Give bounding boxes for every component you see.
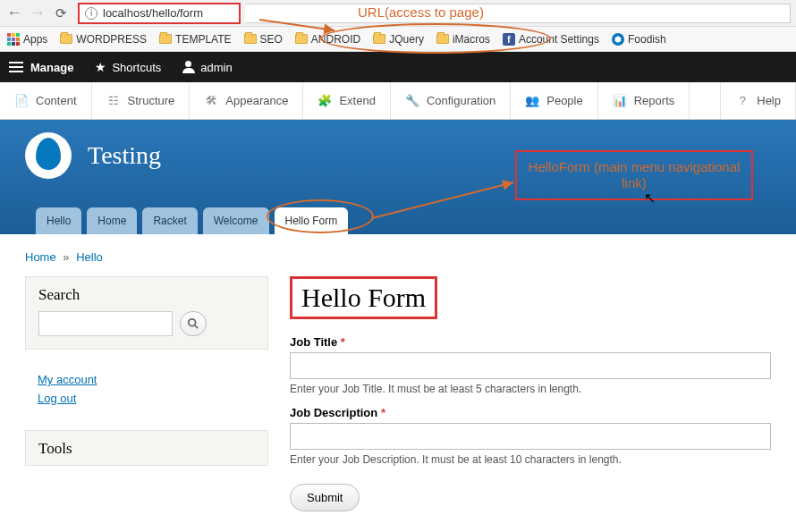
back-button[interactable]: ← [5,4,23,22]
menu-content[interactable]: 📄Content [0,82,92,119]
apps-label: Apps [23,33,47,46]
page-body: Home » Hello Search My account Log out [0,234,796,528]
input-job-description[interactable] [290,423,771,450]
menu-configuration[interactable]: 🔧Configuration [391,82,511,119]
submit-button[interactable]: Submit [290,484,360,511]
tools-title: Tools [26,431,267,465]
extend-icon: 🧩 [318,94,332,108]
breadcrumb: Home » Hello [25,250,771,264]
bookmark-jquery[interactable]: JQuery [373,33,424,46]
drupal-icon: ⬢ [612,33,624,46]
bookmark-seo[interactable]: SEO [244,33,283,46]
browser-toolbar: ← → ⟳ i localhost/hello/form [0,0,796,27]
people-icon: 👥 [525,94,539,108]
shortcuts-button[interactable]: ★ Shortcuts [95,60,161,74]
link-my-account[interactable]: My account [38,373,268,386]
configuration-icon: 🔧 [405,94,419,108]
user-button[interactable]: admin [182,61,232,74]
folder-icon [373,34,385,44]
apps-button[interactable]: Apps [7,33,47,46]
tab-racket[interactable]: Racket [142,207,197,234]
search-icon [187,317,199,330]
content-icon: 📄 [14,94,29,108]
site-info-icon[interactable]: i [85,7,97,20]
sidebar: Search My account Log out Tools [25,276,268,482]
required-mark: * [381,406,385,419]
desc-job-description: Enter your Job Description. It must be a… [290,453,771,466]
bookmark-imacros[interactable]: iMacros [436,33,490,46]
menu-people[interactable]: 👥People [511,82,597,119]
site-name[interactable]: Testing [88,141,161,170]
help-icon: ? [735,94,749,108]
forward-button[interactable]: → [29,4,47,22]
site-header: Testing Hello Home Racket Welcome Hello … [0,120,796,234]
search-title: Search [26,277,267,311]
breadcrumb-hello[interactable]: Hello [76,250,103,264]
menu-extend[interactable]: 🧩Extend [303,82,390,119]
person-icon [182,61,195,73]
tab-hello-form[interactable]: Hello Form [275,207,349,234]
tab-home[interactable]: Home [87,207,137,234]
apps-icon [7,33,20,46]
hamburger-icon [9,62,23,72]
main-menu: Hello Home Racket Welcome Hello Form [36,207,348,234]
manage-label: Manage [30,61,73,74]
bookmark-account[interactable]: fAccount Settings [503,33,599,46]
main-content: Hello Form Job Title * Enter your Job Ti… [290,276,771,511]
svg-line-1 [195,325,199,329]
link-logout[interactable]: Log out [38,392,268,405]
menu-appearance[interactable]: 🛠Appearance [190,82,303,119]
tab-hello[interactable]: Hello [36,207,81,234]
bookmark-android[interactable]: ANDROID [295,33,360,46]
desc-job-title: Enter your Job Title. It must be at leas… [290,383,771,395]
user-block: My account Log out [25,366,268,414]
folder-icon [436,34,449,44]
required-mark: * [341,335,345,349]
tab-welcome[interactable]: Welcome [203,207,269,234]
search-input[interactable] [38,311,173,336]
site-logo[interactable] [25,132,72,179]
structure-icon: ☷ [106,94,121,108]
reports-icon: 📊 [613,94,627,108]
label-job-title: Job Title * [290,335,771,349]
bookmark-wordpress[interactable]: WORDPRESS [60,33,147,46]
bookmark-foodish[interactable]: ⬢Foodish [612,33,666,46]
url-bar[interactable]: i localhost/hello/form [79,4,240,23]
folder-icon [60,34,72,44]
folder-icon [295,34,308,44]
search-button[interactable] [180,311,207,336]
url-text: localhost/hello/form [103,6,203,20]
menu-reports[interactable]: 📊Reports [598,82,690,119]
input-job-title[interactable] [290,352,771,379]
label-job-description: Job Description * [290,406,771,419]
search-block: Search [25,276,268,350]
tools-block: Tools [25,430,268,466]
star-icon: ★ [95,60,106,74]
menu-help[interactable]: ?Help [720,82,796,119]
bookmark-template[interactable]: TEMPLATE [159,33,231,46]
menu-structure[interactable]: ☷Structure [92,82,191,119]
folder-icon [159,34,172,44]
page-title: Hello Form [290,276,437,319]
svg-point-0 [189,319,196,326]
facebook-icon: f [503,33,515,46]
appearance-icon: 🛠 [204,94,218,108]
manage-button[interactable]: Manage [9,61,73,74]
reload-button[interactable]: ⟳ [52,5,70,21]
url-bar-rest[interactable] [245,4,791,23]
folder-icon [244,34,257,44]
admin-toolbar: Manage ★ Shortcuts admin [0,52,796,82]
admin-menu: 📄Content ☷Structure 🛠Appearance 🧩Extend … [0,82,796,120]
bookmarks-bar: Apps WORDPRESS TEMPLATE SEO ANDROID JQue… [0,27,796,52]
breadcrumb-home[interactable]: Home [25,250,56,264]
